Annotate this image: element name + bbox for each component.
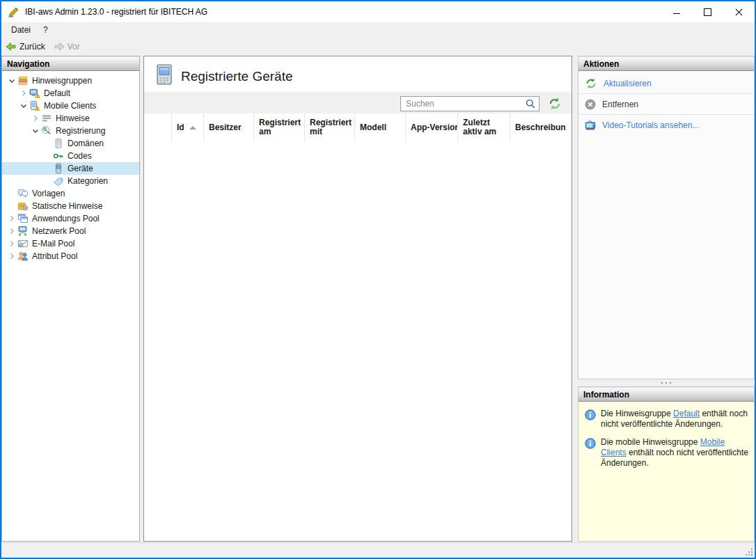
app-pool-icon xyxy=(17,213,29,224)
search-icon[interactable] xyxy=(525,98,536,109)
toolbar: Zurück Vor xyxy=(1,38,755,56)
device-icon xyxy=(53,163,64,174)
tree-item-geraete[interactable]: Geräte xyxy=(2,162,139,175)
email-pool-icon xyxy=(17,238,29,249)
column-header-zuletzt-aktiv[interactable]: Zuletzt aktiv am xyxy=(458,113,510,141)
page-title: Registrierte Geräte xyxy=(181,69,293,84)
search-band xyxy=(144,92,572,113)
chevron-expanded-icon[interactable] xyxy=(6,75,17,86)
status-bar xyxy=(1,542,755,558)
menu-bar: Datei ? xyxy=(1,22,755,38)
monitor-warning-icon xyxy=(29,88,40,99)
tree-item-default[interactable]: Default xyxy=(2,87,139,100)
tree-item-vorlagen[interactable]: Vorlagen xyxy=(2,187,139,200)
templates-icon xyxy=(17,188,29,199)
column-header-id[interactable]: Id xyxy=(172,113,204,141)
chevron-collapsed-icon[interactable] xyxy=(6,251,17,262)
tree-item-attribut-pool[interactable]: Attribut Pool xyxy=(2,250,139,262)
tree-item-codes[interactable]: Codes xyxy=(2,150,139,162)
column-header-modell[interactable]: Modell xyxy=(355,113,406,141)
refresh-icon xyxy=(548,97,562,111)
info-note: Die mobile Hinweisgruppe Mobile Clients … xyxy=(585,437,748,469)
chevron-collapsed-icon[interactable] xyxy=(30,113,41,124)
column-header-registriert-am[interactable]: Registriert am xyxy=(254,113,305,141)
action-video-tutorials[interactable]: Video-Tutorials ansehen... xyxy=(578,115,754,136)
info-link-default[interactable]: Default xyxy=(673,409,700,418)
panel-splitter[interactable] xyxy=(578,379,755,386)
tree-item-statische-hinweise[interactable]: Statische Hinweise xyxy=(2,200,139,212)
action-entfernen[interactable]: Entfernen xyxy=(578,94,754,115)
resize-grip-icon[interactable] xyxy=(744,547,753,556)
mobile-warning-icon xyxy=(29,100,40,111)
close-button[interactable] xyxy=(723,1,755,22)
info-icon xyxy=(585,438,596,449)
table-header: Id Besitzer Registriert am Registriert m… xyxy=(144,113,572,142)
info-icon xyxy=(585,409,596,420)
column-header-selector[interactable] xyxy=(144,113,172,141)
chevron-collapsed-icon[interactable] xyxy=(6,213,17,224)
actions-panel-header: Aktionen xyxy=(578,56,754,71)
action-aktualisieren[interactable]: Aktualisieren xyxy=(578,73,754,94)
registration-icon xyxy=(41,125,52,136)
close-icon xyxy=(735,8,743,16)
column-header-registriert-mit[interactable]: Registriert mit xyxy=(305,113,355,141)
tag-icon xyxy=(53,175,64,187)
video-icon xyxy=(585,120,596,131)
right-sidebar: Aktionen Aktualisieren Entfernen Video-T… xyxy=(578,56,755,542)
chevron-collapsed-icon[interactable] xyxy=(6,226,17,237)
information-panel: Information Die Hinweisgruppe Default en… xyxy=(578,386,755,542)
column-header-besitzer[interactable]: Besitzer xyxy=(204,113,254,141)
actions-panel: Aktionen Aktualisieren Entfernen Video-T… xyxy=(578,56,755,379)
tree-item-email-pool[interactable]: E-Mail Pool xyxy=(2,237,139,250)
network-pool-icon xyxy=(17,226,29,237)
chevron-expanded-icon[interactable] xyxy=(18,100,29,111)
remove-icon xyxy=(585,99,596,110)
search-box xyxy=(400,96,540,111)
mobile-device-icon xyxy=(157,64,172,85)
maximize-button[interactable] xyxy=(692,1,723,22)
minimize-icon xyxy=(673,13,680,15)
search-input[interactable] xyxy=(401,99,525,109)
title-bar: IBI-aws Admin 1.23.0 - registriert für I… xyxy=(1,1,755,22)
menu-datei[interactable]: Datei xyxy=(5,22,37,38)
tree-item-hinweisgruppen[interactable]: Hinweisgruppen xyxy=(2,74,139,87)
app-icon xyxy=(8,6,19,18)
notes-icon xyxy=(41,113,52,124)
navigation-panel: Navigation Hinweisgruppen Default Mobile… xyxy=(1,56,140,542)
attribut-pool-icon xyxy=(17,251,29,262)
tree-item-kategorien[interactable]: Kategorien xyxy=(2,175,139,187)
back-button[interactable]: Zurück xyxy=(1,38,49,55)
back-arrow-icon xyxy=(6,41,17,52)
navigation-panel-header: Navigation xyxy=(2,56,139,71)
tree-item-registrierung[interactable]: Registrierung xyxy=(2,125,139,137)
info-note: Die Hinweisgruppe Default enthält noch n… xyxy=(585,409,748,430)
tree-item-anwendungs-pool[interactable]: Anwendungs Pool xyxy=(2,212,139,225)
sort-asc-icon xyxy=(189,126,196,129)
domain-icon xyxy=(53,138,64,149)
static-notes-icon xyxy=(17,200,29,212)
tree-item-mobile-clients[interactable]: Mobile Clients xyxy=(2,100,139,112)
main-panel: Registrierte Geräte Id Besitzer Registri… xyxy=(143,56,572,542)
forward-arrow-icon xyxy=(54,41,65,52)
key-icon xyxy=(53,150,64,162)
chevron-collapsed-icon[interactable] xyxy=(6,238,17,249)
table-body-empty[interactable] xyxy=(144,141,572,541)
tree-item-netzwerk-pool[interactable]: Netzwerk Pool xyxy=(2,225,139,237)
column-header-beschreibung[interactable]: Beschreibun xyxy=(510,113,572,141)
layers-icon xyxy=(17,75,29,86)
refresh-button[interactable] xyxy=(548,97,562,111)
window-title: IBI-aws Admin 1.23.0 - registriert für I… xyxy=(25,7,207,17)
navigation-tree: Hinweisgruppen Default Mobile Clients Hi… xyxy=(2,71,139,541)
chevron-collapsed-icon[interactable] xyxy=(18,88,29,99)
forward-button[interactable]: Vor xyxy=(49,38,84,55)
tree-item-hinweise[interactable]: Hinweise xyxy=(2,112,139,125)
maximize-icon xyxy=(704,8,711,16)
refresh-icon xyxy=(585,77,597,90)
tree-item-domaenen[interactable]: Domänen xyxy=(2,137,139,150)
column-header-app-version[interactable]: App-Version xyxy=(406,113,458,141)
information-panel-header: Information xyxy=(578,387,754,402)
minimize-button[interactable] xyxy=(661,1,692,22)
chevron-expanded-icon[interactable] xyxy=(30,125,41,136)
menu-help[interactable]: ? xyxy=(37,22,54,38)
